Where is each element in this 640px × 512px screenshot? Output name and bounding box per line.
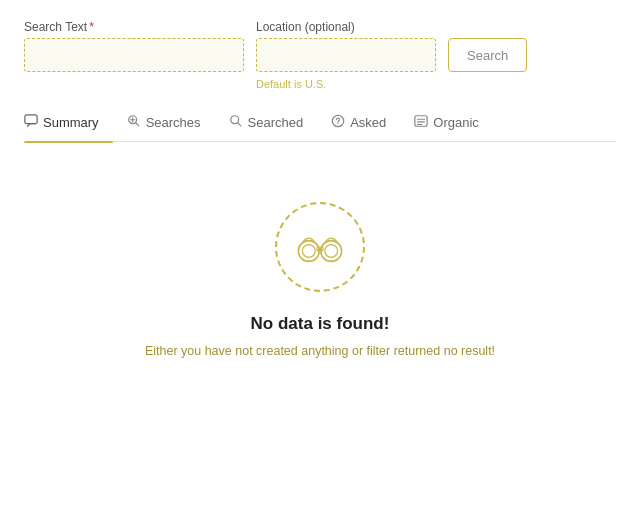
tab-asked-label: Asked [350,115,386,130]
tab-searched[interactable]: Searched [215,106,318,141]
tab-organic-label: Organic [433,115,479,130]
location-label: Location (optional) [256,20,436,34]
tab-searches[interactable]: Searches [113,106,215,141]
tab-searched-label: Searched [248,115,304,130]
search-text-input[interactable] [24,38,244,72]
binoculars-circle [275,202,365,292]
page-container: Search Text* Location (optional) Default… [0,0,640,378]
svg-point-7 [302,245,315,258]
binoculars-icon [296,223,344,271]
search-loop-icon [127,114,141,131]
svg-point-9 [325,245,338,258]
svg-point-4 [338,123,339,124]
tab-summary-label: Summary [43,115,99,130]
magnify-icon [229,114,243,131]
search-button[interactable]: Search [448,38,527,72]
location-hint: Default is U.S. [256,78,436,90]
tab-searches-label: Searches [146,115,201,130]
tab-summary[interactable]: Summary [24,106,113,141]
svg-rect-0 [25,115,37,124]
no-data-title: No data is found! [251,314,390,334]
tabs-row: Summary Searches Searched [24,106,616,142]
svg-point-8 [321,241,342,262]
location-input[interactable] [256,38,436,72]
list-icon [414,114,428,131]
location-field-group: Location (optional) Default is U.S. [256,20,436,90]
search-text-field-group: Search Text* [24,20,244,72]
empty-state: No data is found! Either you have not cr… [24,202,616,358]
chat-icon [24,114,38,131]
no-data-subtitle: Either you have not created anything or … [145,344,495,358]
tab-asked[interactable]: Asked [317,106,400,141]
tab-organic[interactable]: Organic [400,106,493,141]
search-button-group: Search [448,38,527,72]
question-icon [331,114,345,131]
search-form: Search Text* Location (optional) Default… [24,20,616,90]
svg-point-6 [298,241,319,262]
search-text-label: Search Text* [24,20,244,34]
